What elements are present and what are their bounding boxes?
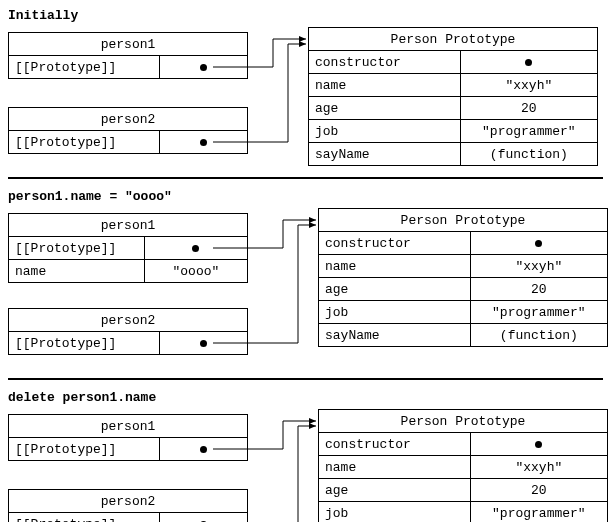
separator (8, 177, 603, 179)
proto-dot (159, 332, 247, 355)
obj-header: Person Prototype (319, 410, 608, 433)
diagram: person1 [[Prototype]] person2 [[Prototyp… (8, 409, 603, 522)
proto-dot (159, 131, 247, 154)
proto-key: [[Prototype]] (9, 237, 145, 260)
v: "xxyh" (470, 255, 607, 278)
name-val: "oooo" (144, 260, 247, 283)
dot-icon (525, 59, 532, 66)
v: 20 (460, 97, 597, 120)
proto-dot (159, 438, 247, 461)
proto-dot (159, 513, 247, 523)
obj-header: person1 (9, 214, 248, 237)
v: "programmer" (470, 301, 607, 324)
k: age (309, 97, 461, 120)
separator (8, 378, 603, 380)
dot-icon (200, 340, 207, 347)
diagram: person1 [[Prototype]] person2 [[Prototyp… (8, 27, 603, 167)
person2-table: person2 [[Prototype]] (8, 489, 248, 522)
person2-table: person2 [[Prototype]] (8, 107, 248, 154)
k: sayName (309, 143, 461, 166)
section-title: Initially (8, 8, 603, 23)
v: "xxyh" (470, 456, 607, 479)
v: 20 (470, 278, 607, 301)
prototype-table: Person Prototype constructor name"xxyh" … (318, 409, 608, 522)
prototype-table: Person Prototype constructor name"xxyh" … (308, 27, 598, 166)
k: age (319, 479, 471, 502)
proto-key: [[Prototype]] (9, 513, 160, 523)
prototype-table: Person Prototype constructor name"xxyh" … (318, 208, 608, 347)
proto-key: [[Prototype]] (9, 131, 160, 154)
obj-header: person2 (9, 108, 248, 131)
k: job (319, 502, 471, 523)
person2-table: person2 [[Prototype]] (8, 308, 248, 355)
obj-header: person2 (9, 490, 248, 513)
v (470, 433, 607, 456)
person1-table: person1 [[Prototype]] name "oooo" (8, 213, 248, 283)
person1-table: person1 [[Prototype]] (8, 32, 248, 79)
v (460, 51, 597, 74)
dot-icon (535, 441, 542, 448)
k: sayName (319, 324, 471, 347)
diagram: person1 [[Prototype]] name "oooo" person… (8, 208, 603, 368)
section-assign: person1.name = "oooo" person1 [[Prototyp… (8, 189, 603, 368)
obj-header: Person Prototype (319, 209, 608, 232)
obj-header: person2 (9, 309, 248, 332)
k: constructor (309, 51, 461, 74)
obj-header: person1 (9, 33, 248, 56)
dot-icon (192, 245, 199, 252)
dot-icon (535, 240, 542, 247)
k: constructor (319, 232, 471, 255)
k: job (309, 120, 461, 143)
dot-icon (200, 64, 207, 71)
proto-key: [[Prototype]] (9, 56, 160, 79)
v: 20 (470, 479, 607, 502)
k: name (309, 74, 461, 97)
obj-header: person1 (9, 415, 248, 438)
person1-table: person1 [[Prototype]] (8, 414, 248, 461)
k: name (319, 255, 471, 278)
obj-header: Person Prototype (309, 28, 598, 51)
proto-key: [[Prototype]] (9, 438, 160, 461)
section-initially: Initially person1 [[Prototype]] person2 … (8, 8, 603, 167)
dot-icon (200, 139, 207, 146)
v (470, 232, 607, 255)
name-key: name (9, 260, 145, 283)
v: "programmer" (470, 502, 607, 523)
section-title: delete person1.name (8, 390, 603, 405)
v: (function) (460, 143, 597, 166)
k: age (319, 278, 471, 301)
dot-icon (200, 446, 207, 453)
k: constructor (319, 433, 471, 456)
k: name (319, 456, 471, 479)
proto-dot (159, 56, 247, 79)
proto-dot (144, 237, 247, 260)
v: (function) (470, 324, 607, 347)
k: job (319, 301, 471, 324)
section-title: person1.name = "oooo" (8, 189, 603, 204)
v: "programmer" (460, 120, 597, 143)
proto-key: [[Prototype]] (9, 332, 160, 355)
section-delete: delete person1.name person1 [[Prototype]… (8, 390, 603, 522)
v: "xxyh" (460, 74, 597, 97)
